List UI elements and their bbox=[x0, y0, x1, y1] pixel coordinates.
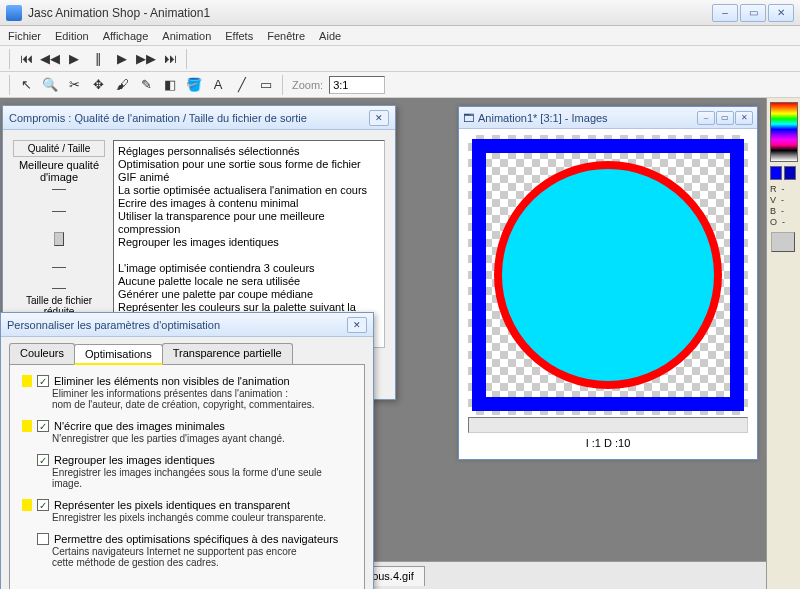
option-description: Enregistrer les images inchangées sous l… bbox=[52, 467, 352, 489]
brush-tool-icon[interactable]: 🖌 bbox=[111, 74, 133, 96]
move-tool-icon[interactable]: ✥ bbox=[87, 74, 109, 96]
minimize-button[interactable]: – bbox=[712, 4, 738, 22]
eraser-tool-icon[interactable]: ◧ bbox=[159, 74, 181, 96]
pause-icon[interactable]: ‖ bbox=[87, 48, 109, 70]
menu-item[interactable]: Aide bbox=[319, 30, 341, 42]
child-maximize-button[interactable]: ▭ bbox=[716, 111, 734, 125]
menu-item[interactable]: Effets bbox=[225, 30, 253, 42]
animation-window-title: Animation1* [3:1] - Images bbox=[478, 112, 608, 124]
option-label: Eliminer les éléments non visibles de l'… bbox=[54, 375, 290, 387]
color-readout: R - V - B - O - bbox=[770, 184, 797, 228]
last-frame-icon[interactable]: ⏭ bbox=[159, 48, 181, 70]
dialog-close-button[interactable]: ✕ bbox=[347, 317, 367, 333]
settings-line: Ecrire des images à contenu minimal bbox=[118, 197, 380, 210]
tab-colors[interactable]: Couleurs bbox=[9, 343, 75, 364]
crop-tool-icon[interactable]: ✂ bbox=[63, 74, 85, 96]
menu-item[interactable]: Fenêtre bbox=[267, 30, 305, 42]
pencil-tool-icon[interactable]: ✎ bbox=[135, 74, 157, 96]
menu-item[interactable]: Fichier bbox=[8, 30, 41, 42]
animation-window: 🗔 Animation1* [3:1] - Images – ▭ ✕ I :1 … bbox=[458, 106, 758, 460]
app-title: Jasc Animation Shop - Animation1 bbox=[28, 6, 210, 20]
customize-dialog-titlebar[interactable]: Personnaliser les paramètres d'optimisat… bbox=[1, 313, 373, 337]
menu-item[interactable]: Animation bbox=[162, 30, 211, 42]
settings-line: Générer une palette par coupe médiane bbox=[118, 288, 380, 301]
settings-line: L'image optimisée contiendra 3 couleurs bbox=[118, 262, 380, 275]
bg-color-swatch[interactable] bbox=[784, 166, 796, 180]
option-checkbox[interactable] bbox=[37, 454, 49, 466]
horizontal-scrollbar[interactable] bbox=[468, 417, 748, 433]
settings-line: Regrouper les images identiques bbox=[118, 236, 380, 249]
child-minimize-button[interactable]: – bbox=[697, 111, 715, 125]
play-back-icon[interactable]: ▶ bbox=[63, 48, 85, 70]
settings-line: Utiliser la transparence pour une meille… bbox=[118, 210, 380, 236]
tab-optimizations[interactable]: Optimisations bbox=[74, 344, 163, 365]
highlight-mark bbox=[22, 499, 32, 511]
settings-line: La sortie optimisée actualisera l'animat… bbox=[118, 184, 380, 197]
menu-item[interactable]: Affichage bbox=[103, 30, 149, 42]
customize-dialog: Personnaliser les paramètres d'optimisat… bbox=[0, 312, 374, 589]
settings-line: Réglages personnalisés sélectionnés bbox=[118, 145, 380, 158]
maximize-button[interactable]: ▭ bbox=[740, 4, 766, 22]
option-label: Regrouper les images identiques bbox=[54, 454, 215, 466]
menu-item[interactable]: Edition bbox=[55, 30, 89, 42]
settings-line: Optimisation pour une sortie sous forme … bbox=[118, 158, 380, 184]
doc-icon: 🗔 bbox=[463, 112, 474, 124]
prev-frame-icon[interactable]: ◀◀ bbox=[39, 48, 61, 70]
option-label: N'écrire que des images minimales bbox=[54, 420, 225, 432]
current-colors[interactable] bbox=[770, 166, 797, 180]
menubar: Fichier Edition Affichage Animation Effe… bbox=[0, 26, 800, 46]
tab-body: Eliminer les éléments non visibles de l'… bbox=[9, 364, 365, 589]
dialog-close-button[interactable]: ✕ bbox=[369, 110, 389, 126]
slider-thumb-icon[interactable] bbox=[54, 232, 64, 246]
next-frame-icon[interactable]: ▶▶ bbox=[135, 48, 157, 70]
highlight-mark bbox=[22, 420, 32, 432]
option-checkbox[interactable] bbox=[37, 499, 49, 511]
highlight-mark bbox=[22, 375, 32, 387]
close-button[interactable]: ✕ bbox=[768, 4, 794, 22]
optimization-option: Permettre des optimisations spécifiques … bbox=[22, 533, 352, 568]
option-checkbox[interactable] bbox=[37, 533, 49, 545]
quality-slider[interactable] bbox=[13, 189, 105, 289]
animation-canvas[interactable] bbox=[468, 135, 748, 415]
compromise-dialog-titlebar[interactable]: Compromis : Qualité de l'animation / Tai… bbox=[3, 106, 395, 130]
tools-toolbar: ↖ 🔍 ✂ ✥ 🖌 ✎ ◧ 🪣 A ╱ ▭ Zoom: 3:1 bbox=[0, 72, 800, 98]
optimization-option: Regrouper les images identiquesEnregistr… bbox=[22, 454, 352, 489]
frame-info-label: I :1 D :10 bbox=[465, 433, 751, 453]
settings-line: Aucune palette locale ne sera utilisée bbox=[118, 275, 380, 288]
fg-color-swatch[interactable] bbox=[770, 166, 782, 180]
option-label: Permettre des optimisations spécifiques … bbox=[54, 533, 338, 545]
text-tool-icon[interactable]: A bbox=[207, 74, 229, 96]
play-icon[interactable]: ▶ bbox=[111, 48, 133, 70]
zoom-tool-icon[interactable]: 🔍 bbox=[39, 74, 61, 96]
option-label: Représenter les pixels identiques en tra… bbox=[54, 499, 290, 511]
option-checkbox[interactable] bbox=[37, 420, 49, 432]
zoom-label: Zoom: bbox=[292, 79, 323, 91]
first-frame-icon[interactable]: ⏮ bbox=[15, 48, 37, 70]
option-description: Enregistrer les pixels inchangés comme c… bbox=[52, 512, 352, 523]
zoom-field[interactable]: 3:1 bbox=[329, 76, 385, 94]
settings-line bbox=[118, 249, 380, 262]
fill-tool-icon[interactable]: 🪣 bbox=[183, 74, 205, 96]
optimization-option: Représenter les pixels identiques en tra… bbox=[22, 499, 352, 523]
rainbow-picker[interactable] bbox=[770, 102, 798, 162]
child-close-button[interactable]: ✕ bbox=[735, 111, 753, 125]
color-palette-panel: R - V - B - O - bbox=[766, 98, 800, 589]
palette-options-button[interactable] bbox=[771, 232, 795, 252]
optimization-option: N'écrire que des images minimalesN'enreg… bbox=[22, 420, 352, 444]
option-checkbox[interactable] bbox=[37, 375, 49, 387]
workspace: R - V - B - O - 🗔 Animation1* [3:1] - Im… bbox=[0, 98, 800, 589]
tab-partial-transparency[interactable]: Transparence partielle bbox=[162, 343, 293, 364]
option-description: Eliminer les informations présentes dans… bbox=[52, 388, 352, 410]
optimization-option: Eliminer les éléments non visibles de l'… bbox=[22, 375, 352, 410]
arrow-tool-icon[interactable]: ↖ bbox=[15, 74, 37, 96]
app-icon bbox=[6, 5, 22, 21]
line-tool-icon[interactable]: ╱ bbox=[231, 74, 253, 96]
cyan-circle bbox=[494, 161, 722, 389]
tab-strip: Couleurs Optimisations Transparence part… bbox=[1, 337, 373, 364]
main-titlebar: Jasc Animation Shop - Animation1 – ▭ ✕ bbox=[0, 0, 800, 26]
option-description: N'enregistrer que les parties d'images a… bbox=[52, 433, 352, 444]
playback-toolbar: ⏮ ◀◀ ▶ ‖ ▶ ▶▶ ⏭ bbox=[0, 46, 800, 72]
rect-tool-icon[interactable]: ▭ bbox=[255, 74, 277, 96]
animation-window-titlebar[interactable]: 🗔 Animation1* [3:1] - Images – ▭ ✕ bbox=[459, 107, 757, 129]
option-description: Certains navigateurs Internet ne support… bbox=[52, 546, 352, 568]
